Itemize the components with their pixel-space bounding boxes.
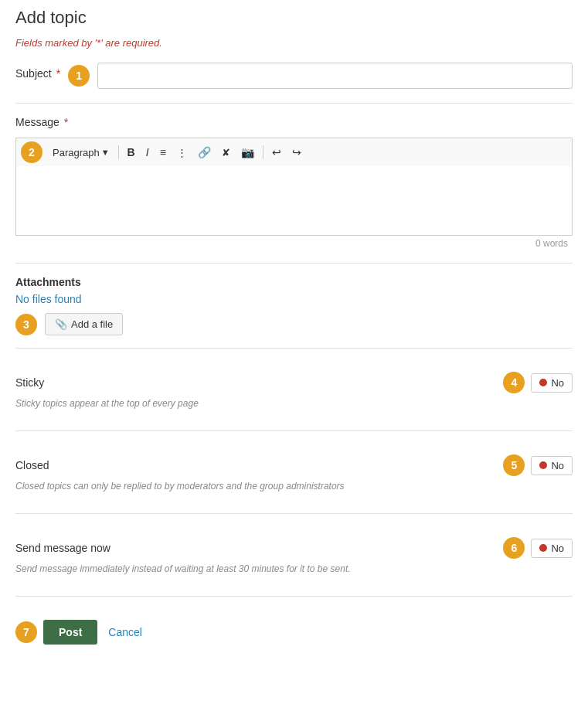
sticky-label: Sticky xyxy=(15,376,503,389)
divider-5 xyxy=(15,513,573,514)
editor-area-wrapper xyxy=(15,166,573,236)
subject-group: Subject * 1 xyxy=(15,63,573,89)
page-title: Add topic xyxy=(15,8,573,28)
bold-button[interactable]: B xyxy=(124,144,139,161)
closed-dot xyxy=(539,461,547,469)
paragraph-dropdown[interactable]: Paragraph ▼ xyxy=(49,145,114,161)
post-button[interactable]: Post xyxy=(43,620,97,645)
send-message-dot xyxy=(539,544,547,552)
send-message-section: Send message now 6 No Send message immed… xyxy=(15,526,573,583)
image-button[interactable]: 📷 xyxy=(237,144,258,161)
closed-row: Closed 5 No xyxy=(15,444,573,481)
closed-label: Closed xyxy=(15,459,503,471)
italic-button[interactable]: I xyxy=(142,144,153,161)
message-editor[interactable] xyxy=(15,166,573,236)
step-badge-4: 4 xyxy=(503,372,525,393)
dropdown-arrow-icon: ▼ xyxy=(101,148,110,157)
send-message-value: No xyxy=(551,543,564,554)
sticky-section: Sticky 4 No Sticky topics appear at the … xyxy=(15,361,573,418)
redo-button[interactable]: ↪ xyxy=(288,144,305,161)
sticky-dot xyxy=(539,379,547,386)
sticky-toggle[interactable]: No xyxy=(531,373,573,393)
send-message-hint: Send message immediately instead of wait… xyxy=(15,563,573,583)
toolbar-sep-2 xyxy=(263,145,263,159)
closed-toggle-area: 5 No xyxy=(503,454,573,476)
actions-badge-area: 7 Post xyxy=(15,620,97,645)
divider-3 xyxy=(15,348,573,349)
message-group: Message * 2 Paragraph ▼ B I ≡ ⋮ 🔗 ✘ 📷 ↩ … xyxy=(15,116,573,249)
closed-toggle[interactable]: No xyxy=(531,456,573,475)
add-file-row: 3 📎 Add a file xyxy=(15,313,573,335)
editor-toolbar: 2 Paragraph ▼ B I ≡ ⋮ 🔗 ✘ 📷 ↩ ↪ xyxy=(15,138,573,166)
subject-label: Subject * xyxy=(15,67,60,80)
no-files-text: No files found xyxy=(15,293,573,305)
attachments-section: Attachments No files found 3 📎 Add a fil… xyxy=(15,276,573,335)
sticky-value: No xyxy=(551,377,564,389)
step-badge-7: 7 xyxy=(15,621,37,643)
ordered-list-button[interactable]: ⋮ xyxy=(173,145,191,161)
cancel-link[interactable]: Cancel xyxy=(108,626,142,638)
undo-button[interactable]: ↩ xyxy=(268,144,285,161)
send-message-toggle[interactable]: No xyxy=(531,539,573,558)
message-label: Message * xyxy=(15,116,68,128)
word-count: 0 words xyxy=(15,236,573,249)
paperclip-icon: 📎 xyxy=(55,318,67,330)
sticky-toggle-area: 4 No xyxy=(503,372,573,393)
divider-6 xyxy=(15,596,573,597)
step-badge-5: 5 xyxy=(503,454,525,476)
subject-required-star: * xyxy=(56,67,60,80)
divider-4 xyxy=(15,430,573,431)
closed-section: Closed 5 No Closed topics can only be re… xyxy=(15,444,573,501)
send-message-toggle-area: 6 No xyxy=(503,537,573,559)
add-file-button[interactable]: 📎 Add a file xyxy=(45,313,123,335)
required-note: Fields marked by '*' are required. xyxy=(15,37,573,49)
form-actions: 7 Post Cancel xyxy=(15,609,573,645)
subject-input[interactable] xyxy=(97,63,573,89)
unlink-button[interactable]: ✘ xyxy=(218,145,234,161)
send-message-row: Send message now 6 No xyxy=(15,526,573,563)
sticky-row: Sticky 4 No xyxy=(15,361,573,398)
closed-value: No xyxy=(551,460,564,471)
step-badge-6: 6 xyxy=(503,537,525,559)
step-badge-1: 1 xyxy=(68,65,90,87)
message-required-star: * xyxy=(64,116,68,128)
attachments-label: Attachments xyxy=(15,276,573,288)
link-button[interactable]: 🔗 xyxy=(194,144,215,161)
paragraph-dropdown-label: Paragraph xyxy=(53,147,100,158)
divider-1 xyxy=(15,103,573,104)
divider-2 xyxy=(15,263,573,264)
send-message-label: Send message now xyxy=(15,542,503,554)
closed-hint: Closed topics can only be replied to by … xyxy=(15,481,573,501)
unordered-list-button[interactable]: ≡ xyxy=(156,144,170,161)
toolbar-sep-1 xyxy=(118,145,119,159)
sticky-hint: Sticky topics appear at the top of every… xyxy=(15,398,573,418)
step-badge-3: 3 xyxy=(15,314,37,335)
step-badge-2: 2 xyxy=(21,141,42,163)
add-file-label: Add a file xyxy=(71,318,113,330)
